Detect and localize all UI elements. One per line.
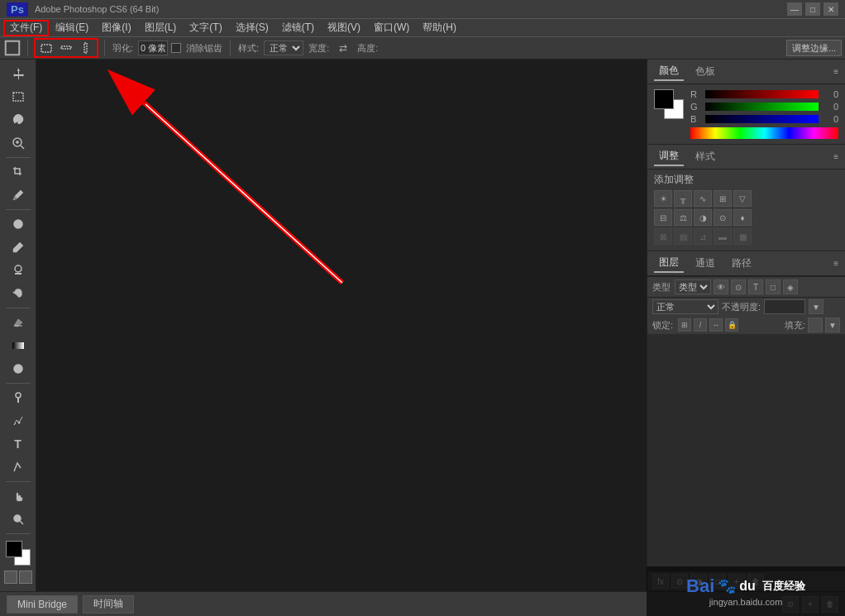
svg-point-13 — [17, 422, 20, 424]
adj-invert-icon: ⊠ — [654, 228, 672, 245]
marquee-rect-icon[interactable] — [37, 39, 55, 57]
menu-item-text[interactable]: 文字(T) — [183, 19, 228, 36]
heal-tool[interactable] — [7, 213, 29, 235]
style-select[interactable]: 正常 — [264, 41, 303, 55]
adj-bw-icon[interactable]: ◑ — [694, 209, 712, 226]
adjust-edges-button[interactable]: 调整边缘... — [786, 40, 842, 56]
color-swatches[interactable] — [6, 541, 31, 566]
fg-bg-swatches[interactable] — [654, 89, 684, 119]
tab-channels[interactable]: 通道 — [690, 255, 720, 272]
marquee-row-icon[interactable] — [57, 39, 75, 57]
text-tool[interactable]: T — [7, 433, 29, 455]
adj-photofilter-icon[interactable]: ⊙ — [714, 209, 732, 226]
layer-filter-eye-icon[interactable]: 👁 — [714, 279, 728, 294]
menu-item-filter[interactable]: 滤镜(T) — [275, 19, 321, 36]
feather-input[interactable] — [138, 41, 168, 55]
fill-label: 填充: — [785, 319, 805, 332]
eyedropper-tool[interactable] — [7, 184, 29, 206]
b-value: 0 — [822, 114, 838, 124]
opacity-input[interactable] — [764, 299, 805, 314]
tab-layers[interactable]: 图层 — [654, 254, 684, 273]
tool-select-icon[interactable] — [3, 39, 21, 57]
layer-filter-smart-icon[interactable]: ◈ — [783, 279, 798, 294]
g-slider[interactable] — [705, 103, 819, 111]
adj-vibrance-icon[interactable]: ▽ — [733, 190, 752, 207]
window-controls: — □ ✕ — [787, 2, 838, 16]
dodge-tool[interactable] — [7, 387, 29, 408]
layer-filter-adjust-icon[interactable]: ⊙ — [731, 279, 746, 294]
stamp-tool[interactable] — [7, 260, 29, 281]
tab-adjustments[interactable]: 调整 — [654, 147, 684, 166]
lock-pixels-icon[interactable]: ⊞ — [678, 318, 691, 332]
zoom-tool[interactable] — [7, 509, 29, 530]
mask-mode-icon[interactable] — [4, 571, 17, 584]
adj-brightness-icon[interactable]: ☀ — [654, 190, 672, 207]
blur-tool[interactable] — [7, 358, 29, 380]
r-slider[interactable] — [705, 90, 819, 98]
pen-tool[interactable] — [7, 410, 29, 432]
menu-item-image[interactable]: 图像(I) — [95, 19, 137, 36]
maximize-button[interactable]: □ — [805, 2, 820, 16]
close-button[interactable]: ✕ — [824, 2, 838, 16]
adj-colorbal-icon[interactable]: ⚖ — [674, 209, 692, 226]
swap-width-height-icon[interactable]: ⇄ — [334, 39, 352, 57]
lock-all-icon[interactable]: 🔒 — [725, 318, 738, 332]
rect-marquee-tool[interactable] — [7, 86, 29, 107]
fill-arrow-icon[interactable]: ▼ — [825, 318, 840, 332]
tab-color[interactable]: 颜色 — [654, 62, 684, 81]
layers-panel-menu[interactable]: ≡ — [833, 259, 838, 268]
adj-posterize-icon: ▤ — [674, 228, 692, 245]
tab-swatches[interactable]: 色板 — [690, 63, 720, 80]
menu-item-window[interactable]: 窗口(W) — [367, 19, 416, 36]
menu-item-file[interactable]: 文件(F) — [3, 20, 49, 36]
menu-item-help[interactable]: 帮助(H) — [416, 19, 463, 36]
anti-alias-checkbox[interactable] — [171, 43, 181, 53]
b-slider[interactable] — [705, 115, 819, 123]
history-brush-tool[interactable] — [7, 283, 29, 304]
layer-filter-text-icon[interactable]: T — [748, 279, 763, 294]
move-tool[interactable] — [7, 63, 29, 84]
adj-levels-icon[interactable]: ╥ — [674, 190, 692, 207]
gradient-tool[interactable] — [7, 335, 29, 356]
color-spectrum-bar[interactable] — [690, 127, 838, 139]
adj-chanmix-icon[interactable]: ♦ — [733, 209, 752, 226]
tab-paths[interactable]: 路径 — [727, 255, 757, 272]
tab-styles[interactable]: 样式 — [690, 148, 720, 165]
crop-tool[interactable] — [7, 161, 29, 183]
hand-tool[interactable] — [7, 485, 29, 507]
mini-bridge-tab[interactable]: Mini Bridge — [7, 595, 78, 614]
screen-mode-icon[interactable] — [19, 571, 32, 584]
layer-filter-shape-icon[interactable]: □ — [766, 279, 781, 294]
marquee-col-icon[interactable] — [77, 39, 95, 57]
menu-item-edit[interactable]: 编辑(E) — [49, 19, 95, 36]
filter-type-select[interactable]: 类型 — [675, 279, 711, 294]
tool-separator-3 — [6, 308, 31, 308]
adj-curves-icon[interactable]: ∿ — [694, 190, 712, 207]
lock-move-icon[interactable]: ↔ — [709, 318, 723, 332]
anti-alias-label: 消除锯齿 — [186, 42, 222, 55]
fg-swatch[interactable] — [654, 89, 674, 109]
color-panel-menu[interactable]: ≡ — [833, 67, 838, 76]
brush-tool[interactable] — [7, 236, 29, 258]
opacity-arrow-icon[interactable]: ▼ — [809, 299, 824, 314]
minimize-button[interactable]: — — [787, 2, 802, 16]
adj-exposure-icon[interactable]: ⊞ — [714, 190, 732, 207]
g-row: G 0 — [690, 102, 838, 112]
adj-icons-row-2: ⊟ ⚖ ◑ ⊙ ♦ — [654, 209, 838, 226]
blend-mode-select[interactable]: 正常 — [652, 299, 718, 314]
lock-position-icon[interactable]: / — [694, 318, 707, 332]
tool-separator-1 — [6, 157, 31, 158]
menu-item-view[interactable]: 视图(V) — [321, 19, 367, 36]
adj-huesat-icon[interactable]: ⊟ — [654, 209, 672, 226]
menu-item-layer[interactable]: 图层(L) — [138, 19, 184, 36]
path-select-tool[interactable] — [7, 456, 29, 478]
baidu-watermark: Bai 🐾 du 百度经验 jingyan.baidu.com — [647, 566, 845, 616]
lasso-tool[interactable] — [7, 109, 29, 131]
timeline-tab[interactable]: 时间轴 — [83, 595, 134, 614]
eraser-tool[interactable] — [7, 312, 29, 333]
menu-item-select[interactable]: 选择(S) — [229, 19, 275, 36]
quick-select-tool[interactable] — [7, 132, 29, 154]
adj-panel-menu[interactable]: ≡ — [833, 152, 838, 161]
foreground-color-swatch[interactable] — [6, 541, 22, 557]
fill-input[interactable] — [808, 318, 823, 332]
